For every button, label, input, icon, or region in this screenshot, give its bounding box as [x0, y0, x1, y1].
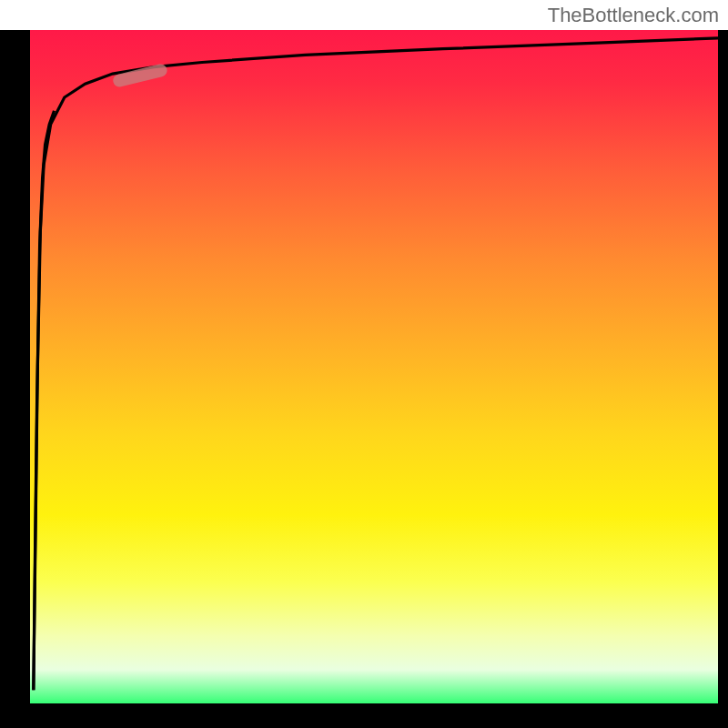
plot-area [0, 0, 728, 728]
frame-bottom [0, 703, 728, 728]
gradient-background [30, 30, 718, 703]
frame-left [0, 30, 30, 703]
plot-inner [30, 30, 718, 703]
chart-container: TheBottleneck.com [0, 0, 728, 728]
watermark-text: TheBottleneck.com [548, 4, 719, 27]
frame-right [718, 30, 728, 703]
